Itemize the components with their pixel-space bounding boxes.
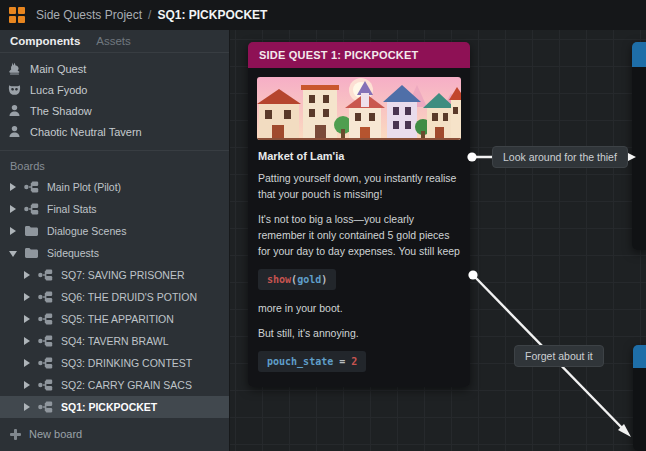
person-icon <box>8 104 21 117</box>
chevron-right-icon[interactable] <box>9 183 17 191</box>
neighbor-node-header <box>633 345 646 368</box>
node-heading: Market of Lam'ia <box>258 150 461 162</box>
new-board-label: New board <box>29 428 82 440</box>
component-list: Main Quest Luca Fyodo The Shadow Chaotic… <box>0 53 229 151</box>
connection-label-look-around[interactable]: Look around for the thief <box>492 146 628 168</box>
board-label: Dialogue Scenes <box>47 225 126 237</box>
component-item-luca-fyodo[interactable]: Luca Fyodo <box>0 79 229 100</box>
chevron-right-icon[interactable] <box>23 271 31 279</box>
app-grid-logo-icon[interactable] <box>9 7 25 23</box>
component-item-the-shadow[interactable]: The Shadow <box>0 100 229 121</box>
logo-square <box>18 16 25 23</box>
chevron-right-icon[interactable] <box>23 403 31 411</box>
logo-square <box>9 16 16 23</box>
neighbor-node-header <box>632 42 646 67</box>
logo-square <box>18 7 25 14</box>
logo-square <box>9 7 16 14</box>
folder-item-sidequests[interactable]: Sidequests <box>0 242 229 264</box>
board-icon <box>24 181 39 193</box>
board-item-main-plot[interactable]: Main Plot (Pilot) <box>0 176 229 198</box>
story-node-title: SIDE QUEST 1: PICKPOCKET <box>259 49 418 61</box>
new-board-button[interactable]: New board <box>0 421 229 447</box>
code-chip-show-gold: show(gold) <box>258 269 336 290</box>
code-argument: gold <box>297 274 321 285</box>
chevron-right-icon[interactable] <box>23 381 31 389</box>
town-illustration <box>257 77 461 140</box>
node-paragraph: Patting yourself down, you instantly rea… <box>258 170 461 203</box>
tab-assets[interactable]: Assets <box>96 35 131 47</box>
neighbor-node-bottom[interactable] <box>633 345 646 451</box>
neighbor-node-body <box>632 67 646 250</box>
board-list: Main Plot (Pilot) Final Stats Dialogue S… <box>0 176 229 421</box>
chevron-right-icon[interactable] <box>9 227 17 235</box>
board-item-sq6[interactable]: SQ6: THE DRUID'S POTION <box>0 286 229 308</box>
node-paragraph: more in your boot. <box>258 300 461 316</box>
board-item-sq5[interactable]: SQ5: THE APPARITION <box>0 308 229 330</box>
board-item-final-stats[interactable]: Final Stats <box>0 198 229 220</box>
story-node-body: Market of Lam'ia Patting yourself down, … <box>248 68 470 387</box>
story-node-sq1[interactable]: SIDE QUEST 1: PICKPOCKET <box>248 42 470 387</box>
code-function: show <box>267 274 291 285</box>
chevron-down-icon[interactable] <box>9 249 17 257</box>
breadcrumb-current-board: SQ1: PICKPOCKET <box>157 8 267 22</box>
code-value: 2 <box>351 356 357 367</box>
board-label: SQ5: THE APPARITION <box>61 313 174 325</box>
board-icon <box>38 291 53 303</box>
breadcrumb-separator: / <box>148 8 151 22</box>
folder-item-dialogue-scenes[interactable]: Dialogue Scenes <box>0 220 229 242</box>
person-icon <box>8 125 21 138</box>
rabbit-icon <box>8 62 21 75</box>
plus-icon <box>9 428 21 440</box>
component-label: The Shadow <box>30 105 92 117</box>
neighbor-node-top[interactable] <box>632 42 646 250</box>
component-item-chaotic-neutral-tavern[interactable]: Chaotic Neutral Tavern <box>0 121 229 142</box>
board-canvas[interactable]: Look around for the thief Forget about i… <box>230 30 646 451</box>
component-item-main-quest[interactable]: Main Quest <box>0 58 229 79</box>
chevron-right-icon[interactable] <box>9 205 17 213</box>
board-label: SQ6: THE DRUID'S POTION <box>61 291 197 303</box>
code-chip-pouch-state: pouch_state = 2 <box>258 351 366 372</box>
boards-section-header: Boards <box>0 151 229 176</box>
board-label: Final Stats <box>47 203 97 215</box>
folder-icon <box>24 225 39 237</box>
chevron-right-icon[interactable] <box>23 293 31 301</box>
board-item-sq2[interactable]: SQ2: CARRY GRAIN SACS <box>0 374 229 396</box>
top-bar: Side Quests Project / SQ1: PICKPOCKET <box>0 0 646 30</box>
chevron-right-icon[interactable] <box>23 315 31 323</box>
neighbor-node-body <box>633 368 646 451</box>
board-label: SQ4: TAVERN BRAWL <box>61 335 169 347</box>
connection-label-forget[interactable]: Forget about it <box>514 345 604 367</box>
board-icon <box>38 379 53 391</box>
board-item-sq1-selected[interactable]: SQ1: PICKPOCKET <box>0 396 229 418</box>
folder-icon <box>24 247 39 259</box>
board-icon <box>38 313 53 325</box>
board-item-sq3[interactable]: SQ3: DRINKING CONTEST <box>0 352 229 374</box>
component-label: Main Quest <box>30 63 86 75</box>
board-icon <box>38 357 53 369</box>
board-label: SQ2: CARRY GRAIN SACS <box>61 379 192 391</box>
board-icon <box>38 401 53 413</box>
breadcrumb-project[interactable]: Side Quests Project <box>36 8 142 22</box>
board-label: SQ7: SAVING PRISONER <box>61 269 185 281</box>
board-item-sq4[interactable]: SQ4: TAVERN BRAWL <box>0 330 229 352</box>
board-item-sq7[interactable]: SQ7: SAVING PRISONER <box>0 264 229 286</box>
component-label: Chaotic Neutral Tavern <box>30 126 142 138</box>
sidebar-tabs: Components Assets <box>0 30 229 53</box>
board-label: Sidequests <box>47 247 99 259</box>
story-node-header[interactable]: SIDE QUEST 1: PICKPOCKET <box>248 42 470 68</box>
component-label: Luca Fyodo <box>30 84 87 96</box>
node-paragraph: But still, it's annoying. <box>258 325 461 341</box>
chevron-right-icon[interactable] <box>23 359 31 367</box>
board-icon <box>24 203 39 215</box>
app-window: Side Quests Project / SQ1: PICKPOCKET Co… <box>0 0 646 451</box>
board-icon <box>38 269 53 281</box>
mask-icon <box>8 83 21 96</box>
code-paren: ) <box>321 274 327 285</box>
tab-components[interactable]: Components <box>10 35 80 47</box>
board-label: Main Plot (Pilot) <box>47 181 121 193</box>
chevron-right-icon[interactable] <box>23 337 31 345</box>
board-icon <box>38 335 53 347</box>
sidebar: Components Assets Main Quest Luca Fyodo <box>0 30 230 451</box>
board-label: SQ3: DRINKING CONTEST <box>61 357 192 369</box>
board-label: SQ1: PICKPOCKET <box>61 401 157 413</box>
